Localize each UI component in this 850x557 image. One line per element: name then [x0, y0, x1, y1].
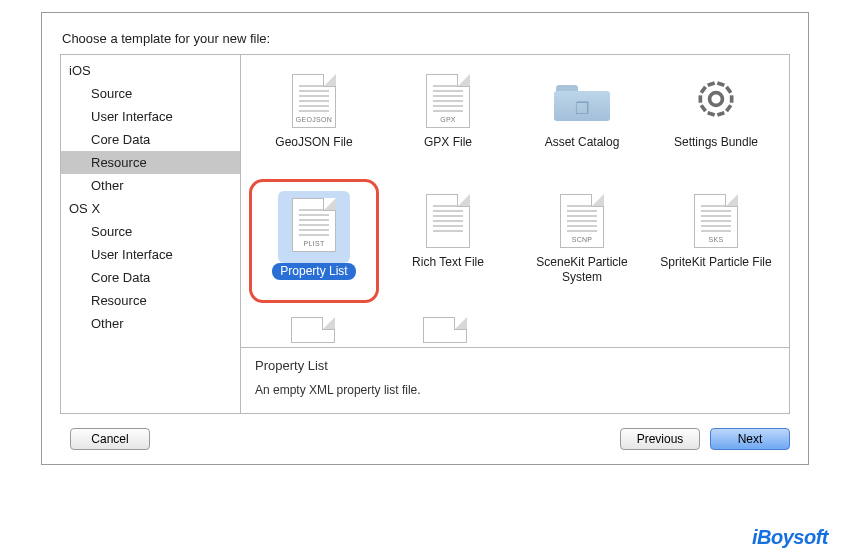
sidebar-item[interactable]: Core Data: [61, 128, 240, 151]
template-label: GeoJSON File: [275, 135, 352, 150]
svg-rect-2: [725, 104, 732, 112]
gear-icon: [693, 76, 739, 126]
template-grid: GEOJSONGeoJSON FileGPXGPX File❐Asset Cat…: [241, 55, 789, 317]
sidebar-item[interactable]: Core Data: [61, 266, 240, 289]
svg-rect-7: [700, 86, 707, 94]
svg-rect-3: [717, 111, 725, 117]
svg-rect-6: [699, 95, 703, 102]
folder-icon: ❐: [554, 81, 610, 121]
file-icon: GPX: [426, 74, 470, 128]
svg-rect-4: [707, 111, 715, 117]
sidebar-item[interactable]: Other: [61, 312, 240, 335]
sidebar-item[interactable]: Source: [61, 82, 240, 105]
watermark: iBoysoft: [752, 526, 828, 549]
sidebar-item[interactable]: Resource: [61, 151, 240, 174]
previous-button[interactable]: Previous: [620, 428, 700, 450]
template-item[interactable]: PLISTProperty List: [249, 185, 379, 297]
file-icon: PLIST: [292, 198, 336, 252]
new-file-sheet: Choose a template for your new file: iOS…: [41, 12, 809, 465]
sidebar-item[interactable]: Source: [61, 220, 240, 243]
svg-rect-9: [717, 81, 725, 87]
file-icon: [423, 317, 467, 343]
cancel-button[interactable]: Cancel: [70, 428, 150, 450]
file-icon: SCNP: [560, 194, 604, 248]
sidebar-heading: iOS: [61, 59, 240, 82]
sidebar: iOSSourceUser InterfaceCore DataResource…: [61, 55, 241, 413]
sidebar-item[interactable]: User Interface: [61, 105, 240, 128]
template-item[interactable]: GPXGPX File: [383, 65, 513, 177]
template-label: Asset Catalog: [545, 135, 620, 150]
template-label: GPX File: [424, 135, 472, 150]
template-item[interactable]: Settings Bundle: [651, 65, 781, 177]
panes: iOSSourceUser InterfaceCore DataResource…: [60, 54, 790, 414]
file-icon: [291, 317, 335, 343]
template-label: Property List: [272, 263, 355, 280]
svg-rect-1: [730, 95, 734, 102]
template-item[interactable]: Rich Text File: [383, 185, 513, 297]
template-item[interactable]: GEOJSONGeoJSON File: [249, 65, 379, 177]
template-label: Settings Bundle: [674, 135, 758, 150]
svg-point-0: [710, 93, 723, 106]
file-icon: SKS: [694, 194, 738, 248]
prompt-label: Choose a template for your new file:: [62, 31, 790, 46]
description-box: Property List An empty XML property list…: [241, 347, 789, 413]
template-item[interactable]: SCNPSceneKit Particle System: [517, 185, 647, 297]
template-item[interactable]: ❐Asset Catalog: [517, 65, 647, 177]
sidebar-heading: OS X: [61, 197, 240, 220]
next-button[interactable]: Next: [710, 428, 790, 450]
description-title: Property List: [255, 358, 775, 373]
template-label: SceneKit Particle System: [522, 255, 642, 285]
sidebar-item[interactable]: Other: [61, 174, 240, 197]
template-label: Rich Text File: [412, 255, 484, 270]
sidebar-item[interactable]: Resource: [61, 289, 240, 312]
template-item[interactable]: SKSSpriteKit Particle File: [651, 185, 781, 297]
button-bar: Cancel Previous Next: [60, 428, 790, 450]
content-pane: GEOJSONGeoJSON FileGPXGPX File❐Asset Cat…: [241, 55, 789, 413]
svg-rect-10: [725, 86, 732, 94]
svg-rect-8: [707, 81, 715, 87]
template-grid-overflow: [241, 317, 789, 347]
description-body: An empty XML property list file.: [255, 383, 775, 397]
template-label: SpriteKit Particle File: [660, 255, 771, 270]
file-icon: GEOJSON: [292, 74, 336, 128]
file-icon: [426, 194, 470, 248]
sidebar-item[interactable]: User Interface: [61, 243, 240, 266]
svg-rect-5: [700, 104, 707, 112]
